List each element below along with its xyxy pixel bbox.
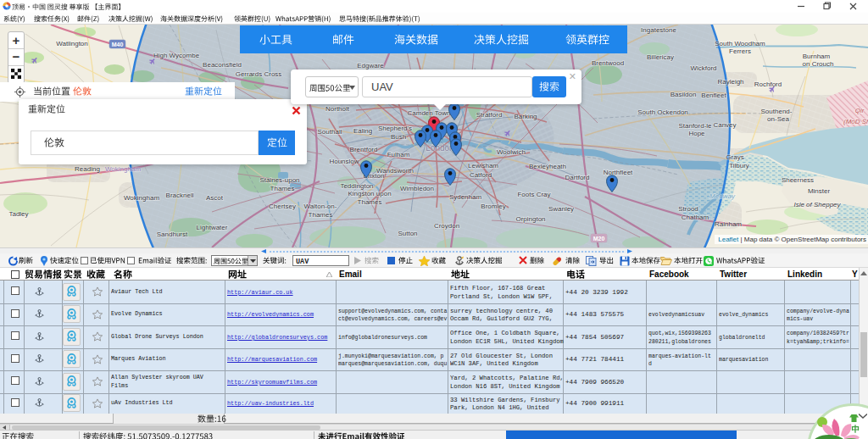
- svg-text:High Wycombe: High Wycombe: [153, 52, 200, 59]
- svg-text:Swanley: Swanley: [548, 205, 574, 213]
- svg-text:Edgware: Edgware: [357, 62, 384, 69]
- svg-text:Hounslow: Hounslow: [329, 158, 359, 165]
- svg-text:Brentford: Brentford: [350, 146, 378, 153]
- svg-text:Ascot: Ascot: [206, 194, 224, 202]
- svg-text:Wimbledon: Wimbledon: [400, 185, 434, 192]
- svg-text:Croydon: Croydon: [434, 222, 459, 230]
- svg-text:Lightwater: Lightwater: [197, 224, 228, 231]
- svg-text:Teddington: Teddington: [340, 182, 373, 190]
- svg-text:Orpington: Orpington: [515, 215, 545, 223]
- svg-text:Gerrards Cross: Gerrards Cross: [236, 70, 282, 78]
- svg-text:M20: M20: [593, 236, 605, 242]
- svg-text:Sandhurst: Sandhurst: [157, 231, 188, 238]
- svg-text:Staines-upon: Staines-upon: [259, 176, 299, 184]
- svg-text:Bexleyheath: Bexleyheath: [529, 163, 566, 170]
- svg-text:Isle of Sheppey: Isle of Sheppey: [793, 201, 841, 208]
- svg-text:Kingston upon: Kingston upon: [348, 190, 391, 197]
- svg-text:Qir: Qir: [855, 107, 865, 114]
- svg-text:Reading: Reading: [75, 165, 100, 173]
- svg-text:Stanford-le: Stanford-le: [678, 122, 712, 130]
- svg-text:Benfleet: Benfleet: [701, 92, 726, 99]
- svg-text:Ealing: Ealing: [353, 127, 372, 135]
- svg-text:M40: M40: [112, 42, 124, 47]
- svg-text:Ingatestone: Ingatestone: [641, 26, 676, 34]
- svg-text:Wokingham: Wokingham: [124, 194, 159, 202]
- svg-text:Dartford: Dartford: [565, 174, 590, 181]
- svg-text:Thames: Thames: [309, 211, 333, 219]
- svg-text:Foots Cray: Foots Cray: [517, 191, 550, 198]
- svg-text:Grays: Grays: [726, 153, 743, 161]
- svg-text:Tadley: Tadley: [8, 210, 28, 218]
- svg-text:Bush: Bush: [391, 133, 406, 141]
- svg-text:Southend-: Southend-: [761, 108, 793, 115]
- svg-text:Chertsey: Chertsey: [269, 203, 296, 210]
- svg-text:Minster: Minster: [808, 187, 831, 195]
- svg-text:Shepherd's: Shepherd's: [378, 125, 412, 132]
- svg-text:Strood: Strood: [678, 205, 698, 213]
- svg-text:Stratford: Stratford: [476, 111, 503, 119]
- svg-text:Burnham: Burnham: [803, 53, 831, 60]
- svg-text:Rochford: Rochford: [754, 81, 782, 88]
- svg-text:on-Sea: on-Sea: [767, 115, 789, 123]
- svg-text:Camden Town: Camden Town: [408, 109, 451, 117]
- svg-text:Northfleet: Northfleet: [604, 169, 633, 176]
- svg-text:Barking: Barking: [514, 113, 537, 120]
- svg-text:Chatham: Chatham: [682, 214, 709, 221]
- svg-text:Canvey: Canvey: [713, 121, 736, 129]
- svg-text:Bromley: Bromley: [481, 203, 505, 210]
- svg-text:Ferrers: Ferrers: [729, 47, 751, 55]
- svg-text:London: London: [426, 143, 453, 153]
- svg-text:Thames: Thames: [270, 185, 295, 192]
- svg-text:Tilbury: Tilbury: [729, 162, 749, 169]
- svg-text:Sydenham: Sydenham: [449, 193, 482, 201]
- svg-text:Wokingham: Wokingham: [105, 165, 141, 173]
- svg-text:Hope: Hope: [688, 130, 705, 137]
- svg-text:Lewisham: Lewisham: [468, 162, 498, 169]
- svg-text:South Ockendon: South Ockendon: [637, 108, 688, 116]
- svg-text:Woolwich: Woolwich: [497, 148, 526, 156]
- svg-text:Rainham: Rainham: [715, 220, 742, 228]
- svg-text:Billericay: Billericay: [647, 53, 674, 61]
- svg-text:Beaconsfield: Beaconsfield: [203, 61, 242, 69]
- svg-text:Medway: Medway: [709, 192, 736, 200]
- svg-text:Catford: Catford: [470, 171, 492, 179]
- svg-text:South Woodham: South Woodham: [715, 40, 765, 47]
- svg-text:Basildon: Basildon: [670, 91, 697, 98]
- svg-text:Wickford: Wickford: [690, 64, 716, 72]
- svg-text:Brentwood: Brentwood: [592, 59, 624, 67]
- svg-text:Southall: Southall: [318, 128, 342, 136]
- svg-text:Walton-on-: Walton-on-: [304, 203, 337, 210]
- svg-text:Rayleigh: Rayleigh: [717, 78, 743, 86]
- svg-text:Sutton: Sutton: [398, 230, 417, 237]
- svg-text:Sheerness: Sheerness: [782, 176, 814, 184]
- svg-text:on Crouch: on Crouch: [803, 60, 834, 68]
- svg-text:Bracknell: Bracknell: [166, 192, 194, 199]
- svg-text:Fulham: Fulham: [387, 151, 410, 158]
- svg-text:(MoD Sho: (MoD Sho: [843, 118, 868, 125]
- svg-text:Northolt: Northolt: [326, 105, 350, 113]
- svg-text:Thames: Thames: [358, 198, 382, 206]
- svg-text:Watlington: Watlington: [56, 40, 88, 47]
